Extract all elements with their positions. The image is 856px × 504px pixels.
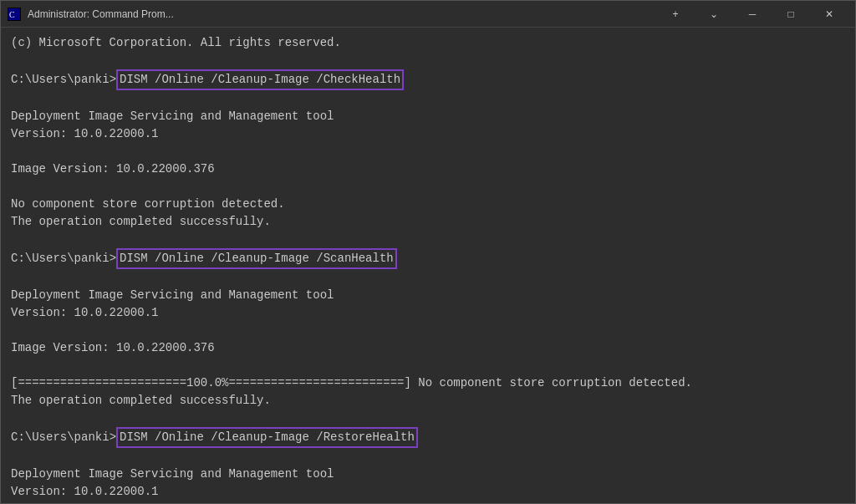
- tab-dropdown-button[interactable]: ⌄: [695, 1, 733, 28]
- version-1: Version: 10.0.22000.1: [11, 125, 845, 143]
- command-highlight-1: DISM /Online /Cleanup-Image /CheckHealth: [116, 69, 404, 90]
- command-line-1: C:\Users\panki > DISM /Online /Cleanup-I…: [11, 69, 845, 90]
- prompt-separator-1: >: [110, 71, 116, 89]
- prompt-1: C:\Users\panki: [11, 71, 110, 89]
- blank-line-7: [11, 322, 845, 339]
- blank-line-3: [11, 143, 845, 160]
- progress-1: [========================100.0%=========…: [11, 374, 845, 392]
- new-tab-button[interactable]: +: [656, 1, 695, 28]
- maximize-button[interactable]: □: [772, 1, 810, 28]
- command-line-2: C:\Users\panki > DISM /Online /Cleanup-I…: [11, 248, 845, 269]
- image-ver-1: Image Version: 10.0.22000.376: [11, 160, 845, 178]
- op-success-1: The operation completed successfully.: [11, 213, 845, 231]
- close-button[interactable]: ✕: [810, 1, 848, 28]
- minimize-button[interactable]: ─: [733, 1, 772, 28]
- tool-name-1: Deployment Image Servicing and Managemen…: [11, 108, 845, 125]
- op-success-2: The operation completed successfully.: [11, 392, 845, 410]
- command-highlight-2: DISM /Online /Cleanup-Image /ScanHealth: [116, 248, 397, 269]
- version-3: Version: 10.0.22000.1: [11, 483, 845, 501]
- title-bar-controls: + ⌄ ─ □ ✕: [656, 1, 848, 28]
- prompt-separator-3: >: [110, 429, 116, 446]
- tool-name-3: Deployment Image Servicing and Managemen…: [11, 466, 845, 483]
- prompt-3: C:\Users\panki: [11, 429, 110, 446]
- blank-line-4: [11, 178, 845, 196]
- window-title: Administrator: Command Prom...: [28, 8, 656, 20]
- tool-name-2: Deployment Image Servicing and Managemen…: [11, 287, 845, 304]
- blank-line-9: [11, 410, 845, 427]
- version-2: Version: 10.0.22000.1: [11, 304, 845, 322]
- prompt-separator-2: >: [110, 250, 116, 267]
- cmd-icon: C: [8, 8, 21, 21]
- no-corruption-1: No component store corruption detected.: [11, 196, 845, 213]
- blank-line-2: [11, 90, 845, 108]
- svg-text:C: C: [9, 10, 15, 19]
- blank-line-8: [11, 357, 845, 374]
- command-highlight-3: DISM /Online /Cleanup-Image /RestoreHeal…: [116, 427, 418, 448]
- blank-line-10: [11, 448, 845, 466]
- blank-line-1: [11, 52, 845, 69]
- image-ver-2: Image Version: 10.0.22000.376: [11, 339, 845, 357]
- blank-line-6: [11, 269, 845, 287]
- terminal-body[interactable]: (c) Microsoft Corporation. All rights re…: [1, 28, 855, 503]
- cmd-window: C Administrator: Command Prom... + ⌄ ─ □…: [0, 0, 856, 504]
- command-line-3: C:\Users\panki > DISM /Online /Cleanup-I…: [11, 427, 845, 448]
- prompt-2: C:\Users\panki: [11, 250, 110, 267]
- copyright-line: (c) Microsoft Corporation. All rights re…: [11, 34, 845, 52]
- blank-line-11: [11, 501, 845, 503]
- title-bar: C Administrator: Command Prom... + ⌄ ─ □…: [1, 1, 855, 28]
- blank-line-5: [11, 231, 845, 248]
